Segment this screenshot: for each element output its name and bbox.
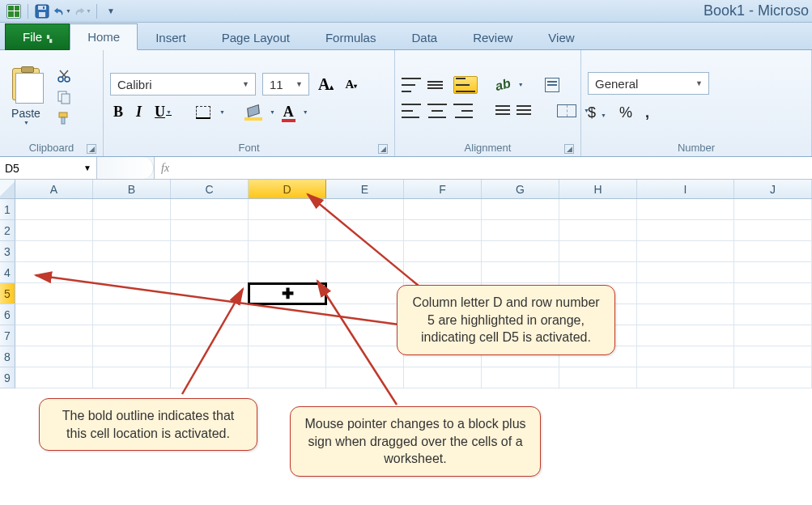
fill-color-button[interactable] <box>244 104 262 121</box>
col-header-D[interactable]: D <box>249 180 326 198</box>
tab-file[interactable]: File▚ <box>5 23 70 50</box>
alignment-dialog-launcher[interactable]: ◢ <box>564 144 574 154</box>
group-alignment-label: Alignment ◢ <box>402 140 574 156</box>
fx-button[interactable]: fx <box>161 162 169 175</box>
col-header-I[interactable]: I <box>637 180 734 198</box>
titlebar: ▼ ▼ ▼ Book1 - Microso <box>0 0 812 23</box>
align-top-button[interactable] <box>402 78 421 92</box>
callout-header-highlight: Column letter D and row number 5 are hig… <box>397 285 615 355</box>
svg-rect-8 <box>59 112 67 117</box>
formula-bar: D5 ▼ fx <box>0 157 812 180</box>
font-dialog-launcher[interactable]: ◢ <box>378 144 388 154</box>
align-left-button[interactable] <box>402 104 421 118</box>
merge-center-button[interactable] <box>557 104 576 117</box>
name-box[interactable]: D5 ▼ <box>0 157 97 179</box>
currency-label: $ <box>588 104 596 121</box>
underline-button[interactable]: U▼ <box>151 104 175 121</box>
paste-label: Paste <box>11 107 40 120</box>
tab-file-label: File <box>23 30 42 44</box>
decrease-indent-button[interactable] <box>491 104 510 118</box>
tab-formulas[interactable]: Formulas <box>308 24 394 50</box>
col-header-A[interactable]: A <box>15 180 93 198</box>
align-middle-button[interactable] <box>427 78 447 92</box>
svg-rect-7 <box>62 94 70 104</box>
number-format-combo[interactable]: General▼ <box>588 72 709 95</box>
comma-button[interactable]: , <box>645 104 649 121</box>
font-color-dropdown[interactable]: ▼ <box>303 109 308 115</box>
qat-customize[interactable]: ▼ <box>102 2 120 20</box>
clipboard-dialog-launcher[interactable]: ◢ <box>87 144 96 154</box>
row-header-3[interactable]: 3 <box>0 241 15 262</box>
font-name-value: Calibri <box>117 78 152 91</box>
borders-button[interactable] <box>194 104 212 121</box>
wrap-text-button[interactable] <box>545 78 559 92</box>
orientation-dropdown[interactable]: ▼ <box>518 82 524 87</box>
font-color-button[interactable]: A <box>282 104 295 121</box>
bold-button[interactable]: B <box>110 104 126 121</box>
fx-area: fx <box>154 157 812 179</box>
svg-rect-3 <box>43 6 45 9</box>
tab-data[interactable]: Data <box>393 24 455 50</box>
row-header-7[interactable]: 7 <box>0 325 15 346</box>
borders-dropdown[interactable]: ▼ <box>219 109 225 115</box>
col-header-H[interactable]: H <box>559 180 637 198</box>
worksheet-grid[interactable]: A B C D E F G H I J 1 2 3 4 5 6 7 8 9 <box>0 180 812 388</box>
tab-review[interactable]: Review <box>455 24 530 50</box>
align-center-button[interactable] <box>427 104 447 118</box>
window-title: Book1 - Microso <box>125 2 812 19</box>
clipboard-label-text: Clipboard <box>29 142 74 154</box>
col-header-E[interactable]: E <box>326 180 404 198</box>
row-header-1[interactable]: 1 <box>0 199 15 220</box>
copy-button[interactable] <box>55 89 73 105</box>
col-header-F[interactable]: F <box>404 180 482 198</box>
percent-button[interactable]: % <box>619 104 632 121</box>
row-header-8[interactable]: 8 <box>0 346 15 367</box>
name-box-value: D5 <box>5 162 19 175</box>
col-header-J[interactable]: J <box>734 180 812 198</box>
fill-color-dropdown[interactable]: ▼ <box>270 109 275 115</box>
name-box-dropdown[interactable]: ▼ <box>83 163 91 172</box>
number-format-value: General <box>595 77 638 91</box>
tab-view[interactable]: View <box>530 24 592 50</box>
undo-button[interactable]: ▼ <box>53 2 71 20</box>
cut-button[interactable] <box>55 68 73 84</box>
row-headers: 1 2 3 4 5 6 7 8 9 <box>0 199 15 388</box>
ribbon-tabs: File▚ Home Insert Page Layout Formulas D… <box>0 23 812 50</box>
tab-page-layout[interactable]: Page Layout <box>204 24 308 50</box>
font-name-combo[interactable]: Calibri▼ <box>110 73 256 95</box>
paste-button[interactable]: Paste ▼ <box>6 66 45 127</box>
increase-indent-button[interactable] <box>517 104 536 118</box>
number-label-text: Number <box>678 142 715 154</box>
align-right-button[interactable] <box>453 104 473 118</box>
col-header-G[interactable]: G <box>482 180 559 198</box>
row-header-5[interactable]: 5 <box>0 283 15 304</box>
currency-button[interactable]: $ ▼ <box>588 104 606 121</box>
app-icon[interactable] <box>5 2 23 20</box>
font-size-combo[interactable]: 11▼ <box>262 73 309 95</box>
italic-button[interactable]: I <box>133 104 145 121</box>
redo-button[interactable]: ▼ <box>74 2 91 20</box>
format-painter-button[interactable] <box>55 110 73 126</box>
separator <box>96 4 97 19</box>
col-header-C[interactable]: C <box>171 180 249 198</box>
align-bottom-button[interactable] <box>453 76 478 94</box>
ribbon: Paste ▼ Clipboard ◢ <box>0 50 812 157</box>
col-header-B[interactable]: B <box>93 180 171 198</box>
orientation-button[interactable]: ab <box>494 75 512 93</box>
increase-font-button[interactable]: A▴ <box>316 75 336 94</box>
quick-access-toolbar: ▼ ▼ ▼ <box>0 2 125 20</box>
row-header-9[interactable]: 9 <box>0 367 15 388</box>
tab-insert[interactable]: Insert <box>138 24 204 50</box>
svg-point-4 <box>58 77 63 82</box>
save-button[interactable] <box>33 2 51 20</box>
formula-input[interactable] <box>176 157 812 179</box>
row-header-4[interactable]: 4 <box>0 262 15 283</box>
row-header-6[interactable]: 6 <box>0 304 15 325</box>
row-header-2[interactable]: 2 <box>0 220 15 241</box>
active-cell-D5[interactable]: ✚ <box>248 282 327 305</box>
decrease-font-button[interactable]: A▾ <box>342 78 359 91</box>
tab-home[interactable]: Home <box>70 23 138 50</box>
formula-bar-curve <box>97 157 154 179</box>
group-alignment: ab▼ ▼ Alignment ◢ <box>395 50 581 156</box>
select-all-corner[interactable] <box>0 180 15 198</box>
